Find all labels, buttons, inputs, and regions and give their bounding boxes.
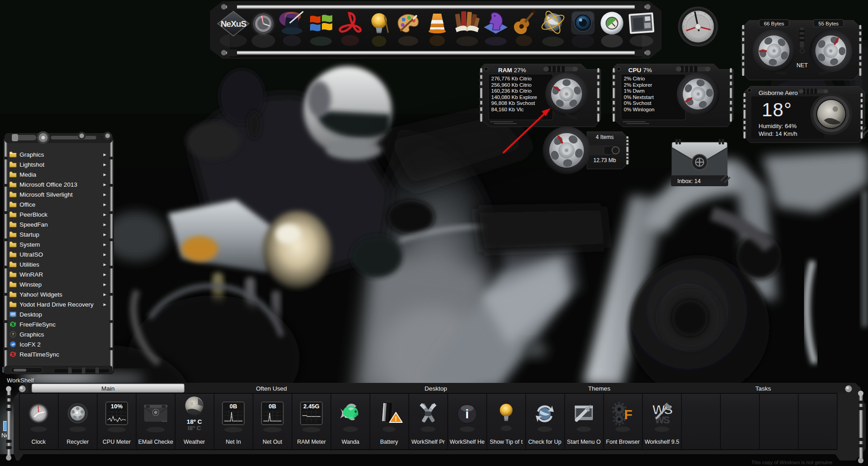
svg-text:CPU 7%: CPU 7% (628, 67, 652, 74)
svg-text:Net In: Net In (226, 439, 241, 445)
svg-text:Themes: Themes (588, 385, 611, 392)
svg-text:0B: 0B (269, 403, 276, 410)
svg-text:84,160 Kb Vlc: 84,160 Kb Vlc (491, 107, 524, 112)
svg-text:!: ! (395, 415, 397, 422)
svg-text:160,236 Kb Citrio: 160,236 Kb Citrio (491, 88, 532, 94)
svg-text:0B: 0B (230, 403, 237, 410)
svg-text:Net Out: Net Out (262, 439, 282, 445)
svg-text:12.73 Mb: 12.73 Mb (593, 157, 616, 164)
svg-text:Tasks: Tasks (755, 385, 771, 392)
svg-text:Clock: Clock (31, 439, 46, 445)
svg-text:Wanda: Wanda (341, 439, 359, 445)
svg-text:140,080 Kb Explore: 140,080 Kb Explore (491, 94, 537, 100)
svg-text:2% Explorer: 2% Explorer (624, 82, 652, 88)
svg-text:256,960 Kb Citrio: 256,960 Kb Citrio (491, 82, 532, 88)
svg-text:RAM 27%: RAM 27% (498, 67, 526, 74)
svg-text:Often Used: Often Used (256, 385, 287, 392)
svg-text:CPU Meter: CPU Meter (103, 439, 131, 445)
svg-text:2.45G: 2.45G (303, 403, 319, 410)
svg-text:?: ? (12, 332, 15, 337)
svg-text:1% Dwm: 1% Dwm (624, 88, 645, 94)
svg-text:Start Menu O: Start Menu O (567, 439, 601, 445)
svg-text:Inbox: 14: Inbox: 14 (677, 178, 700, 184)
svg-text:i: i (465, 407, 469, 421)
svg-text:EMail Checke: EMail Checke (138, 439, 173, 445)
svg-text:Check for Up: Check for Up (528, 439, 562, 445)
svg-text:Recycler: Recycler (67, 439, 89, 445)
svg-text:0% Svchost: 0% Svchost (624, 100, 652, 106)
svg-text:Show Tip of t: Show Tip of t (490, 439, 523, 445)
svg-text:Font Browser: Font Browser (606, 439, 640, 445)
svg-text:WorkShelf He: WorkShelf He (450, 439, 485, 445)
svg-text:Main: Main (101, 385, 114, 392)
svg-text:18º C: 18º C (187, 418, 202, 425)
svg-text:0% Nextstart: 0% Nextstart (624, 94, 654, 100)
svg-text:55 Bytes: 55 Bytes (819, 21, 839, 26)
svg-text:Desktop: Desktop (424, 385, 447, 392)
svg-text:18°: 18° (762, 99, 792, 120)
svg-text:276,776 Kb Citrio: 276,776 Kb Citrio (491, 76, 532, 81)
svg-text:Weather: Weather (183, 439, 205, 445)
svg-text:66 Bytes: 66 Bytes (764, 21, 784, 26)
svg-text:NET: NET (797, 62, 808, 69)
svg-text:2% Citrio: 2% Citrio (624, 76, 645, 81)
svg-text:Wind: 14 Km/h: Wind: 14 Km/h (759, 130, 797, 137)
svg-text:96,808 Kb Svchost: 96,808 Kb Svchost (491, 100, 535, 106)
svg-text:Gisborne Aero: Gisborne Aero (759, 89, 798, 96)
svg-text:4 Items: 4 Items (596, 134, 613, 140)
svg-text:WS: WS (655, 414, 670, 426)
svg-text:NeXuS: NeXuS (221, 19, 247, 29)
svg-text:F: F (624, 407, 632, 422)
svg-text:Battery: Battery (380, 439, 398, 445)
svg-text:Workshelf 9.5: Workshelf 9.5 (645, 439, 679, 445)
svg-text:RAM Meter: RAM Meter (297, 439, 326, 445)
svg-text:WorkShelf Pr: WorkShelf Pr (411, 439, 444, 445)
svg-text:10%: 10% (111, 403, 123, 410)
svg-text:Humidity: 64%: Humidity: 64% (759, 123, 797, 129)
svg-text:I8º C: I8º C (187, 425, 201, 431)
svg-text:0% Winlogon: 0% Winlogon (624, 107, 655, 112)
